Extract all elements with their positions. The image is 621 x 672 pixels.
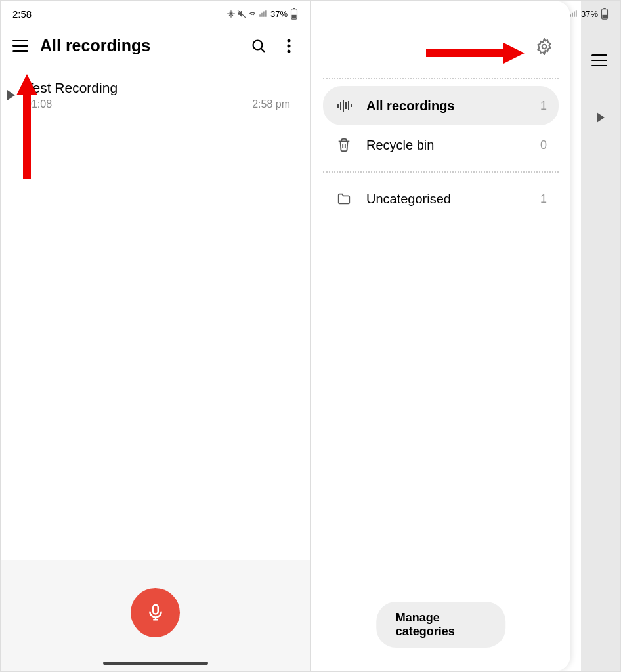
play-icon[interactable]	[7, 90, 15, 100]
drawer-item-count: 1	[540, 192, 547, 206]
svg-point-7	[288, 44, 291, 47]
screen-drawer-open: 2:59 37% All recor	[310, 0, 621, 672]
svg-rect-16	[602, 15, 607, 18]
recording-item[interactable]: Test Recording 01:08 2:58 pm	[1, 72, 310, 118]
app-header: All recordings	[1, 27, 310, 72]
drawer-item-count: 1	[540, 99, 547, 113]
status-time: 2:58	[12, 9, 32, 20]
status-icons	[226, 9, 268, 18]
manage-categories-button[interactable]: Manage categories	[376, 602, 506, 648]
home-indicator[interactable]	[103, 662, 208, 665]
drawer-item-label: All recordings	[366, 98, 527, 114]
recording-duration: 01:08	[26, 98, 52, 110]
drawer-item-label: Recycle bin	[366, 138, 527, 153]
drawer-item-recycle-bin[interactable]: Recycle bin 0	[323, 125, 559, 165]
svg-point-17	[542, 45, 547, 49]
drawer-item-all-recordings[interactable]: All recordings 1	[323, 86, 559, 125]
recording-title: Test Recording	[26, 80, 290, 96]
settings-button[interactable]	[535, 37, 553, 56]
svg-rect-3	[291, 15, 296, 18]
screen-recordings-list: 2:58 37% All recordings Test Recordin	[0, 0, 310, 672]
drawer-item-uncategorised[interactable]: Uncategorised 1	[323, 179, 559, 219]
status-battery-pct: 37%	[270, 9, 288, 19]
record-button[interactable]	[131, 588, 180, 637]
battery-icon	[601, 8, 609, 20]
svg-rect-2	[293, 8, 295, 9]
menu-button-bg	[591, 54, 607, 66]
recording-timestamp: 2:58 pm	[252, 98, 290, 110]
svg-point-6	[288, 39, 291, 42]
search-button[interactable]	[249, 37, 268, 55]
trash-icon	[335, 136, 353, 154]
divider	[323, 171, 559, 173]
waveform-icon	[335, 96, 353, 115]
svg-rect-15	[603, 8, 606, 9]
battery-icon	[290, 8, 298, 20]
status-battery-pct: 37%	[581, 9, 598, 19]
svg-line-5	[261, 48, 265, 51]
folder-icon	[335, 190, 353, 208]
svg-rect-9	[153, 605, 158, 614]
navigation-drawer: All recordings 1 Recycle bin 0 Uncategor…	[311, 1, 570, 671]
more-options-button[interactable]	[280, 37, 298, 55]
divider	[323, 78, 559, 79]
dimmed-background[interactable]	[581, 1, 620, 671]
bottom-bar	[1, 560, 310, 671]
svg-point-4	[253, 40, 263, 49]
status-bar: 2:58 37%	[1, 1, 310, 27]
svg-point-8	[288, 49, 291, 52]
menu-button[interactable]	[12, 40, 28, 52]
page-title: All recordings	[40, 36, 238, 55]
drawer-item-label: Uncategorised	[366, 192, 527, 207]
play-icon-bg	[597, 112, 605, 123]
drawer-item-count: 0	[540, 138, 547, 152]
